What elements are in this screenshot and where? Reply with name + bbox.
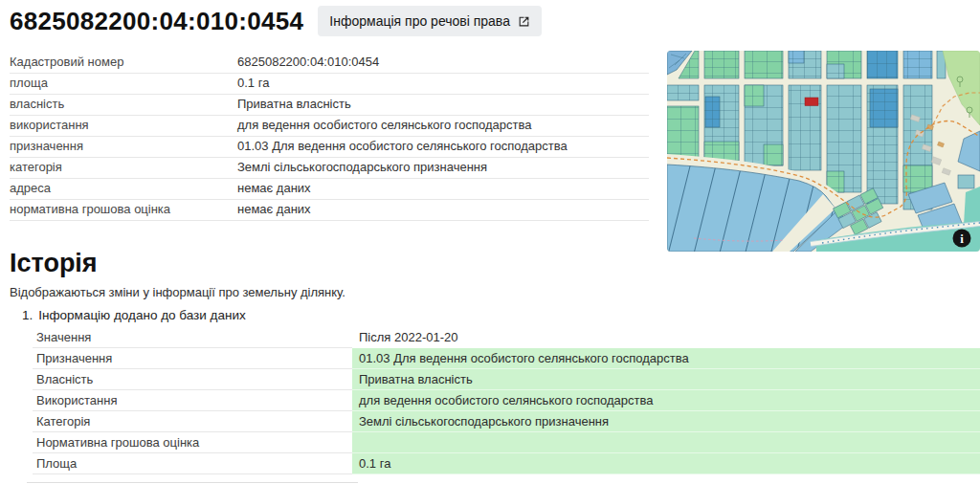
history-row-value: 0.1 га (352, 453, 980, 474)
row-label: Кадастровий номер (10, 53, 237, 73)
entry-index: 1. (22, 308, 33, 322)
history-row-label: Категорія (33, 411, 352, 432)
history-entry-title: 1. Інформацію додано до бази даних (22, 308, 980, 322)
row-value: немає даних (237, 179, 649, 199)
table-row: площа 0.1 га (10, 74, 649, 95)
history-row-label: Власність (33, 369, 352, 390)
row-value: 6825082200:04:010:0454 (237, 53, 649, 73)
table-row: адреса немає даних (10, 179, 649, 200)
history-row: Призначення 01.03 Для ведення особистого… (33, 348, 980, 369)
row-label: власність (10, 95, 237, 115)
history-table: Значення Після 2022-01-20 Призначення 01… (33, 327, 980, 474)
history-row-label: Нормативна грошова оцінка (33, 432, 352, 453)
history-section: Історія Відображаються зміни у інформаці… (0, 249, 980, 483)
history-row-value: Приватна власність (352, 369, 980, 390)
history-description: Відображаються зміни у інформації про зе… (10, 285, 980, 299)
row-value: Землі сільськогосподарського призначення (237, 158, 649, 178)
rights-info-button[interactable]: Інформація про речові права (318, 6, 542, 36)
details-table: Кадастровий номер 6825082200:04:010:0454… (10, 53, 649, 221)
table-row: категорія Землі сільськогосподарського п… (10, 158, 649, 179)
history-heading: Історія (10, 249, 980, 278)
row-label: адреса (10, 179, 237, 199)
history-row-value: Землі сільськогосподарського призначення (352, 411, 980, 432)
rights-info-button-label: Інформація про речові права (329, 13, 510, 29)
info-icon: i (960, 231, 964, 246)
row-label: площа (10, 74, 237, 94)
cadastral-map[interactable]: i (667, 51, 980, 252)
map-info-button[interactable]: i (953, 230, 971, 248)
history-row-value (352, 432, 980, 453)
table-row: власність Приватна власність (10, 95, 649, 116)
history-row-value: 01.03 Для ведення особистого селянського… (352, 348, 980, 369)
history-row-label: Значення (33, 327, 352, 348)
history-row-label: Використання (33, 390, 352, 411)
row-value: 0.1 га (237, 74, 649, 94)
history-row-value: для ведення особистого селянського госпо… (352, 390, 980, 411)
history-row: Нормативна грошова оцінка (33, 432, 980, 453)
row-value: немає даних (237, 200, 649, 220)
row-value: для ведення особистого селянського госпо… (237, 116, 649, 136)
table-row: використання для ведення особистого селя… (10, 116, 649, 137)
history-header-row: Значення Після 2022-01-20 (33, 327, 980, 348)
selected-parcel-highlight[interactable] (805, 98, 818, 106)
history-row: Власність Приватна власність (33, 369, 980, 390)
history-row: Категорія Землі сільськогосподарського п… (33, 411, 980, 432)
row-label: використання (10, 116, 237, 136)
row-label: нормативна грошова оцінка (10, 200, 237, 220)
page-header: 6825082200:04:010:0454 Інформація про ре… (10, 6, 542, 36)
row-value: 01.03 Для ведення особистого селянського… (237, 137, 649, 157)
table-row: призначення 01.03 Для ведення особистого… (10, 137, 649, 158)
external-link-icon (518, 15, 530, 28)
history-row: Площа 0.1 га (33, 453, 980, 474)
history-row: Використання для ведення особистого селя… (33, 390, 980, 411)
row-label: призначення (10, 137, 237, 157)
history-row-label: Площа (33, 453, 352, 474)
page-title: 6825082200:04:010:0454 (10, 7, 303, 36)
cadastral-parcel-page: 6825082200:04:010:0454 Інформація про ре… (0, 0, 980, 484)
history-row-value: Після 2022-01-20 (352, 327, 980, 348)
history-row-label: Призначення (33, 348, 352, 369)
row-value: Приватна власність (237, 95, 649, 115)
entry-title-text: Інформацію додано до бази даних (38, 308, 245, 322)
row-label: категорія (10, 158, 237, 178)
next-row-divider (27, 482, 358, 483)
table-row: Кадастровий номер 6825082200:04:010:0454 (10, 53, 649, 74)
table-row: нормативна грошова оцінка немає даних (10, 200, 649, 221)
